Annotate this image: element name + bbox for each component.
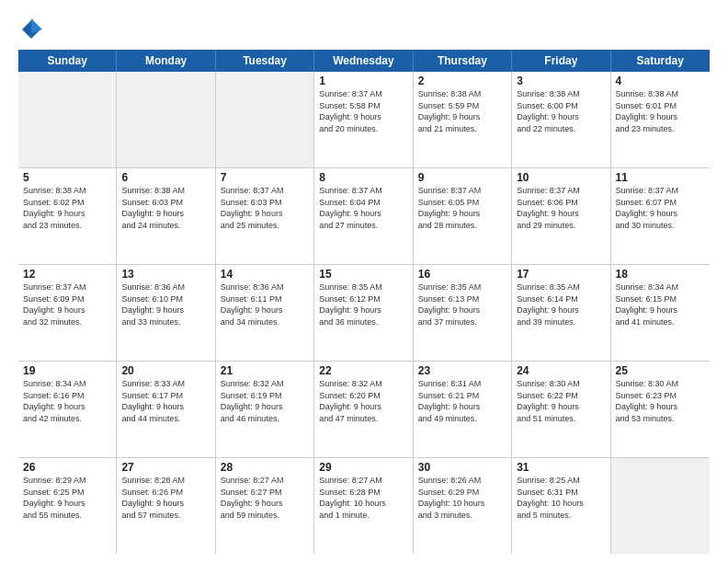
day-info: Sunrise: 8:37 AM Sunset: 6:05 PM Dayligh… xyxy=(418,185,506,231)
day-number: 20 xyxy=(121,364,210,377)
day-cell-11: 11Sunrise: 8:37 AM Sunset: 6:07 PM Dayli… xyxy=(611,168,710,264)
day-info: Sunrise: 8:31 AM Sunset: 6:21 PM Dayligh… xyxy=(418,378,506,424)
empty-cell-0-1 xyxy=(117,72,215,167)
day-cell-24: 24Sunrise: 8:30 AM Sunset: 6:22 PM Dayli… xyxy=(512,362,610,457)
header-day-friday: Friday xyxy=(512,50,610,72)
day-number: 11 xyxy=(616,171,705,184)
day-number: 18 xyxy=(616,268,705,281)
day-cell-7: 7Sunrise: 8:37 AM Sunset: 6:03 PM Daylig… xyxy=(216,168,314,264)
day-cell-2: 2Sunrise: 8:38 AM Sunset: 5:59 PM Daylig… xyxy=(414,72,512,167)
day-number: 19 xyxy=(23,364,111,377)
day-info: Sunrise: 8:26 AM Sunset: 6:29 PM Dayligh… xyxy=(418,475,506,521)
day-cell-10: 10Sunrise: 8:37 AM Sunset: 6:06 PM Dayli… xyxy=(512,168,610,264)
day-info: Sunrise: 8:38 AM Sunset: 6:02 PM Dayligh… xyxy=(23,185,111,231)
empty-cell-4-6 xyxy=(611,458,710,554)
day-number: 31 xyxy=(517,461,605,474)
day-cell-1: 1Sunrise: 8:37 AM Sunset: 5:58 PM Daylig… xyxy=(314,72,413,167)
day-info: Sunrise: 8:34 AM Sunset: 6:15 PM Dayligh… xyxy=(616,282,705,327)
header-day-monday: Monday xyxy=(117,50,215,72)
day-info: Sunrise: 8:37 AM Sunset: 6:09 PM Dayligh… xyxy=(23,282,111,327)
day-cell-26: 26Sunrise: 8:29 AM Sunset: 6:25 PM Dayli… xyxy=(18,458,117,554)
day-number: 13 xyxy=(121,268,210,281)
day-number: 10 xyxy=(517,171,605,184)
day-cell-15: 15Sunrise: 8:35 AM Sunset: 6:12 PM Dayli… xyxy=(314,265,413,361)
day-number: 21 xyxy=(221,364,309,377)
day-cell-9: 9Sunrise: 8:37 AM Sunset: 6:05 PM Daylig… xyxy=(414,168,512,264)
day-cell-3: 3Sunrise: 8:38 AM Sunset: 6:00 PM Daylig… xyxy=(512,72,610,167)
day-cell-18: 18Sunrise: 8:34 AM Sunset: 6:15 PM Dayli… xyxy=(611,265,710,361)
day-number: 9 xyxy=(418,171,506,184)
day-cell-22: 22Sunrise: 8:32 AM Sunset: 6:20 PM Dayli… xyxy=(314,362,413,457)
day-number: 16 xyxy=(418,268,506,281)
day-number: 26 xyxy=(23,461,111,474)
header-day-thursday: Thursday xyxy=(414,50,512,72)
logo-icon xyxy=(18,17,44,42)
day-number: 23 xyxy=(418,364,506,377)
day-info: Sunrise: 8:37 AM Sunset: 6:04 PM Dayligh… xyxy=(319,185,407,231)
day-cell-21: 21Sunrise: 8:32 AM Sunset: 6:19 PM Dayli… xyxy=(216,362,314,457)
calendar-row-2: 12Sunrise: 8:37 AM Sunset: 6:09 PM Dayli… xyxy=(18,265,710,362)
header xyxy=(18,17,710,42)
day-info: Sunrise: 8:36 AM Sunset: 6:10 PM Dayligh… xyxy=(121,282,210,327)
header-day-sunday: Sunday xyxy=(18,50,117,72)
day-number: 3 xyxy=(517,75,605,87)
day-cell-12: 12Sunrise: 8:37 AM Sunset: 6:09 PM Dayli… xyxy=(18,265,117,361)
day-info: Sunrise: 8:30 AM Sunset: 6:22 PM Dayligh… xyxy=(517,378,605,424)
day-info: Sunrise: 8:35 AM Sunset: 6:14 PM Dayligh… xyxy=(517,282,605,327)
calendar-body: 1Sunrise: 8:37 AM Sunset: 5:58 PM Daylig… xyxy=(18,72,710,554)
calendar-row-0: 1Sunrise: 8:37 AM Sunset: 5:58 PM Daylig… xyxy=(18,72,710,168)
day-info: Sunrise: 8:38 AM Sunset: 6:01 PM Dayligh… xyxy=(616,88,705,134)
calendar-header-row: SundayMondayTuesdayWednesdayThursdayFrid… xyxy=(18,50,710,72)
day-number: 28 xyxy=(221,461,309,474)
day-cell-20: 20Sunrise: 8:33 AM Sunset: 6:17 PM Dayli… xyxy=(117,362,215,457)
day-number: 25 xyxy=(616,364,705,377)
day-cell-31: 31Sunrise: 8:25 AM Sunset: 6:31 PM Dayli… xyxy=(512,458,610,554)
day-info: Sunrise: 8:37 AM Sunset: 5:58 PM Dayligh… xyxy=(319,88,407,134)
day-cell-8: 8Sunrise: 8:37 AM Sunset: 6:04 PM Daylig… xyxy=(314,168,413,264)
day-info: Sunrise: 8:37 AM Sunset: 6:07 PM Dayligh… xyxy=(616,185,705,231)
day-info: Sunrise: 8:27 AM Sunset: 6:28 PM Dayligh… xyxy=(319,475,407,521)
header-day-saturday: Saturday xyxy=(611,50,710,72)
day-number: 4 xyxy=(616,75,705,87)
day-number: 1 xyxy=(319,75,407,87)
day-info: Sunrise: 8:36 AM Sunset: 6:11 PM Dayligh… xyxy=(221,282,309,327)
day-info: Sunrise: 8:37 AM Sunset: 6:03 PM Dayligh… xyxy=(221,185,309,231)
day-number: 27 xyxy=(121,461,210,474)
day-number: 8 xyxy=(319,171,407,184)
day-cell-16: 16Sunrise: 8:35 AM Sunset: 6:13 PM Dayli… xyxy=(414,265,512,361)
calendar-page: SundayMondayTuesdayWednesdayThursdayFrid… xyxy=(0,0,728,563)
day-info: Sunrise: 8:27 AM Sunset: 6:27 PM Dayligh… xyxy=(221,475,309,521)
day-cell-4: 4Sunrise: 8:38 AM Sunset: 6:01 PM Daylig… xyxy=(611,72,710,167)
day-number: 5 xyxy=(23,171,111,184)
day-info: Sunrise: 8:35 AM Sunset: 6:12 PM Dayligh… xyxy=(319,282,407,327)
day-info: Sunrise: 8:38 AM Sunset: 5:59 PM Dayligh… xyxy=(418,88,506,134)
day-number: 17 xyxy=(517,268,605,281)
day-cell-14: 14Sunrise: 8:36 AM Sunset: 6:11 PM Dayli… xyxy=(216,265,314,361)
day-info: Sunrise: 8:28 AM Sunset: 6:26 PM Dayligh… xyxy=(121,475,210,521)
day-cell-17: 17Sunrise: 8:35 AM Sunset: 6:14 PM Dayli… xyxy=(512,265,610,361)
day-cell-6: 6Sunrise: 8:38 AM Sunset: 6:03 PM Daylig… xyxy=(117,168,215,264)
day-number: 29 xyxy=(319,461,407,474)
day-info: Sunrise: 8:32 AM Sunset: 6:19 PM Dayligh… xyxy=(221,378,309,424)
day-info: Sunrise: 8:25 AM Sunset: 6:31 PM Dayligh… xyxy=(517,475,605,521)
day-number: 12 xyxy=(23,268,111,281)
day-cell-30: 30Sunrise: 8:26 AM Sunset: 6:29 PM Dayli… xyxy=(414,458,512,554)
svg-marker-1 xyxy=(31,18,42,33)
calendar-row-3: 19Sunrise: 8:34 AM Sunset: 6:16 PM Dayli… xyxy=(18,362,710,458)
day-cell-19: 19Sunrise: 8:34 AM Sunset: 6:16 PM Dayli… xyxy=(18,362,117,457)
day-cell-29: 29Sunrise: 8:27 AM Sunset: 6:28 PM Dayli… xyxy=(314,458,413,554)
day-info: Sunrise: 8:34 AM Sunset: 6:16 PM Dayligh… xyxy=(23,378,111,424)
empty-cell-0-0 xyxy=(18,72,117,167)
calendar-row-4: 26Sunrise: 8:29 AM Sunset: 6:25 PM Dayli… xyxy=(18,458,710,554)
day-info: Sunrise: 8:35 AM Sunset: 6:13 PM Dayligh… xyxy=(418,282,506,327)
calendar-row-1: 5Sunrise: 8:38 AM Sunset: 6:02 PM Daylig… xyxy=(18,168,710,265)
day-number: 30 xyxy=(418,461,506,474)
day-number: 6 xyxy=(121,171,210,184)
day-cell-27: 27Sunrise: 8:28 AM Sunset: 6:26 PM Dayli… xyxy=(117,458,215,554)
empty-cell-0-2 xyxy=(216,72,314,167)
day-number: 24 xyxy=(517,364,605,377)
day-cell-25: 25Sunrise: 8:30 AM Sunset: 6:23 PM Dayli… xyxy=(611,362,710,457)
day-info: Sunrise: 8:33 AM Sunset: 6:17 PM Dayligh… xyxy=(121,378,210,424)
day-number: 14 xyxy=(221,268,309,281)
day-info: Sunrise: 8:30 AM Sunset: 6:23 PM Dayligh… xyxy=(616,378,705,424)
